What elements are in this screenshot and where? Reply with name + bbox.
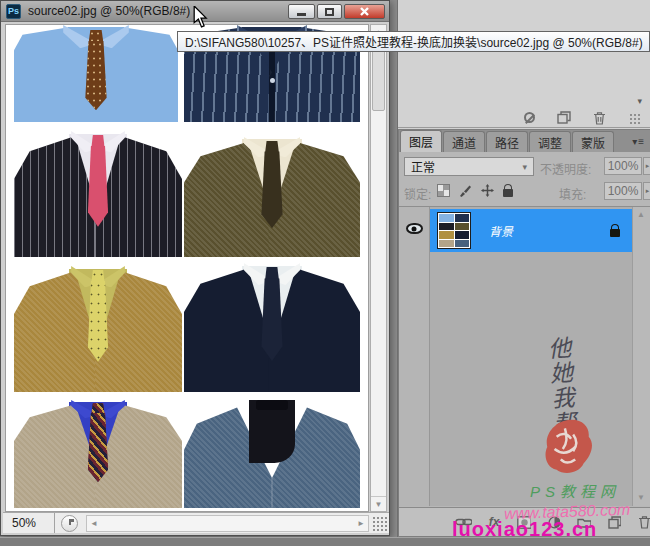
- scroll-right-icon[interactable]: ►: [357, 519, 365, 528]
- lock-transparency-icon[interactable]: [437, 184, 450, 197]
- watermark-domain: luoxiao123.cn: [452, 518, 597, 541]
- blend-mode-select[interactable]: 正常 ▾: [404, 157, 534, 176]
- tie: [88, 413, 108, 482]
- suit-photo-4: [184, 137, 360, 257]
- suit-photo-7: [14, 400, 182, 508]
- maximize-button[interactable]: [317, 4, 342, 19]
- layers-scrollbar[interactable]: ▲ ▼: [632, 207, 650, 506]
- suit-photo-5: [14, 266, 182, 392]
- close-icon: [359, 6, 370, 17]
- suit-photo-3: [14, 131, 182, 257]
- turtleneck-collar: [256, 400, 288, 410]
- path-tooltip: D:\SIFANG580\10257、PS证件照处理教程-换底加换装\sourc…: [177, 31, 650, 52]
- lock-all-icon[interactable]: [503, 189, 513, 197]
- suit-photo-6: [184, 263, 360, 392]
- zoom-level-field[interactable]: 50%: [3, 513, 55, 533]
- delete-layer-icon[interactable]: [638, 515, 650, 529]
- fill-value-field[interactable]: 100%: [604, 182, 642, 200]
- suit-photo-1: [14, 25, 178, 122]
- lock-row: 锁定: 填充: 100% ▸: [399, 181, 650, 203]
- opacity-label: 不透明度:: [540, 160, 591, 177]
- scroll-left-icon[interactable]: ◄: [90, 519, 98, 528]
- document-statusbar: 50% ◄ ►: [3, 512, 389, 533]
- vertical-scrollbar[interactable]: ▲ ▼: [370, 24, 387, 512]
- tie: [85, 41, 106, 111]
- tab-layers[interactable]: 图层: [400, 130, 442, 152]
- document-window: Ps source02.jpg @ 50%(RGB/8#): [0, 0, 390, 536]
- scroll-up-icon[interactable]: ▲: [637, 210, 645, 219]
- fill-label: 填充:: [559, 185, 586, 202]
- document-info-icon[interactable]: [61, 515, 78, 532]
- panel-menu-icon[interactable]: ▾≡: [632, 136, 645, 147]
- tie: [261, 278, 282, 361]
- mouse-cursor: [193, 6, 210, 32]
- layer-locked-icon: [610, 224, 620, 237]
- window-title: source02.jpg @ 50%(RGB/8#): [28, 4, 190, 18]
- layer-thumbnail[interactable]: [437, 212, 471, 249]
- chevron-down-icon: ▾: [522, 162, 527, 172]
- opacity-value-field[interactable]: 100%: [604, 157, 642, 175]
- close-button[interactable]: [344, 4, 385, 19]
- document-canvas[interactable]: [5, 24, 369, 512]
- maximize-icon: [325, 8, 334, 16]
- opacity-spinner-icon[interactable]: ▸: [643, 157, 650, 175]
- thumb-cell: [455, 214, 470, 222]
- scroll-down-icon[interactable]: ▼: [637, 493, 645, 502]
- thumb-cell: [455, 240, 470, 248]
- tie: [261, 151, 282, 228]
- layers-panel: 图层 通道 路径 调整 蒙版 ▾≡ 正常 ▾ 不透明度: 100% ▸ 锁定:: [398, 129, 650, 537]
- horizontal-scrollbar[interactable]: ◄ ►: [86, 515, 369, 532]
- thumb-cell: [439, 223, 454, 231]
- clear-icon[interactable]: [524, 112, 535, 123]
- thumb-cell: [439, 214, 454, 222]
- shirt-placket: [269, 44, 274, 122]
- scroll-down-icon[interactable]: ▼: [371, 496, 386, 511]
- thumb-cell: [455, 231, 470, 239]
- eye-icon[interactable]: [406, 223, 423, 234]
- panel-tabs: 图层 通道 路径 调整 蒙版 ▾≡: [399, 130, 650, 152]
- thumb-cell: [439, 231, 454, 239]
- thumb-cell: [455, 223, 470, 231]
- new-item-icon[interactable]: [557, 111, 571, 124]
- blend-mode-value: 正常: [411, 158, 435, 175]
- panel-icon-bar: [398, 108, 650, 128]
- panel-dock: ▾ 图层 通道 路径 调整 蒙版 ▾≡ 正常 ▾ 不透明度: 100% ▸ 锁定…: [397, 0, 650, 537]
- layer-name: 背景: [489, 222, 513, 239]
- thumb-cell: [439, 240, 454, 248]
- tab-adjustments[interactable]: 调整: [529, 131, 571, 152]
- lock-position-icon[interactable]: [481, 184, 494, 197]
- tab-masks[interactable]: 蒙版: [572, 131, 614, 152]
- watermark-site-name: PS教程网: [530, 480, 620, 501]
- tie: [88, 146, 108, 227]
- tie: [88, 281, 108, 362]
- photoshop-app-icon: Ps: [6, 4, 21, 19]
- lock-label: 锁定:: [404, 185, 431, 202]
- trash-icon[interactable]: [593, 111, 606, 125]
- minimize-button[interactable]: [288, 4, 315, 19]
- dock-collapse-icon[interactable]: ▾: [637, 96, 642, 106]
- panel-resize-grip[interactable]: [628, 112, 640, 124]
- minimize-icon: [297, 13, 306, 16]
- lock-paint-icon[interactable]: [459, 184, 472, 197]
- watermark-seal-stamp: [542, 418, 594, 479]
- window-resize-grip[interactable]: [371, 515, 389, 532]
- layers-list: 背景 ▲ ▼: [399, 206, 650, 506]
- tab-channels[interactable]: 通道: [443, 131, 485, 152]
- tab-paths[interactable]: 路径: [486, 131, 528, 152]
- suit-photo-8: [184, 400, 360, 508]
- fill-spinner-icon[interactable]: ▸: [643, 182, 650, 200]
- layer-row-background[interactable]: 背景: [430, 209, 634, 252]
- visibility-column: [399, 207, 430, 506]
- blend-mode-row: 正常 ▾ 不透明度: 100% ▸: [399, 156, 650, 178]
